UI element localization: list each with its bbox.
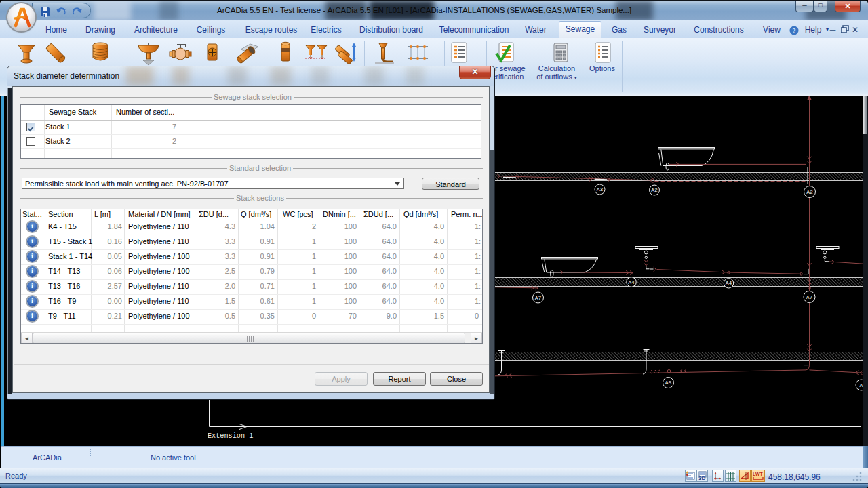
svg-text:Extension 1: Extension 1 (208, 432, 253, 440)
svg-text:A7: A7 (806, 294, 813, 300)
svg-text:A3: A3 (597, 186, 604, 192)
svg-text:A7: A7 (535, 295, 542, 301)
svg-text:A2: A2 (806, 189, 813, 195)
svg-text:A5: A5 (665, 380, 672, 386)
svg-text:3D: 3D (698, 475, 705, 481)
svg-text:A2: A2 (651, 187, 658, 193)
svg-text:LWT: LWT (753, 472, 763, 476)
svg-text:?: ? (793, 27, 796, 35)
svg-text:A4: A4 (726, 280, 732, 286)
svg-text:A4: A4 (628, 279, 635, 285)
